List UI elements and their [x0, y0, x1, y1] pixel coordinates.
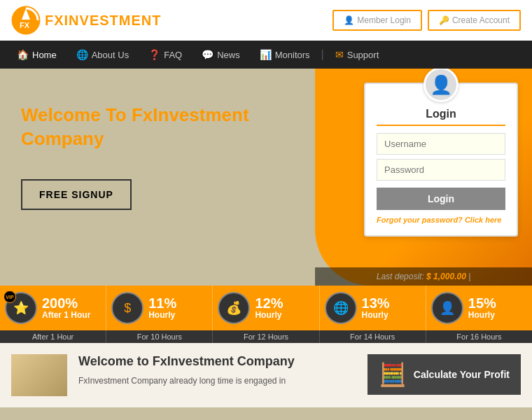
- bottom-title: Welcome to FxInvestment Company: [78, 354, 356, 369]
- hero-content: Welcome To FxInvestment Company FREE SIG…: [0, 69, 294, 231]
- plan-icon-wrap-1: VIP ⭐: [4, 291, 38, 325]
- login-panel-wrapper: 👤 Login Login Forgot your password? Clic…: [294, 69, 532, 286]
- plan-icon-wrap-2: $: [111, 291, 144, 325]
- avatar-icon: 👤: [424, 69, 458, 102]
- sublabel-5: For 16 Hours: [426, 330, 532, 343]
- plan-icon-wrap-4: 🌐: [324, 291, 358, 325]
- username-input[interactable]: [377, 133, 505, 155]
- plan-info-5: 15% Hourly: [468, 296, 528, 320]
- header-buttons: 👤 Member Login 🔑 Create Account: [332, 10, 521, 31]
- plan-info-3: 12% Hourly: [255, 296, 314, 320]
- key-icon: 🔑: [439, 15, 449, 25]
- person-icon: 👤: [344, 15, 354, 25]
- plan-info-4: 13% Hourly: [362, 296, 421, 320]
- plan-info-2: 11% Hourly: [148, 296, 208, 320]
- logo-text: FXINVESTMENT: [45, 13, 161, 29]
- mail-icon: ✉: [335, 49, 344, 60]
- hero-title: Welcome To FxInvestment Company: [21, 104, 273, 151]
- plan-item-4[interactable]: 🌐 13% Hourly: [320, 286, 426, 330]
- main-nav: 🏠 Home 🌐 About Us ❓ FAQ 💬 News 📊 Monitor…: [0, 41, 532, 69]
- plan-sublabels: After 1 Hour For 10 Hours For 12 Hours F…: [0, 330, 532, 343]
- home-icon: 🏠: [17, 49, 29, 60]
- plans-bar: VIP ⭐ 200% After 1 Hour $ 11% Hourly 💰 1…: [0, 286, 532, 330]
- forgot-password: Forgot your password? Click here: [377, 216, 505, 224]
- svg-text:FX: FX: [20, 21, 30, 29]
- nav-separator: |: [320, 48, 326, 61]
- login-title: Login: [377, 108, 505, 120]
- login-box: 👤 Login Login Forgot your password? Clic…: [364, 83, 518, 237]
- nav-item-home[interactable]: 🏠 Home: [7, 41, 66, 69]
- member-login-button[interactable]: 👤 Member Login: [332, 10, 422, 31]
- sublabel-1: After 1 Hour: [0, 330, 106, 343]
- logo-icon: FX: [11, 6, 41, 35]
- bottom-description: FxInvestment Company already long time i…: [78, 374, 356, 387]
- globe-icon-circle: 🌐: [325, 292, 357, 324]
- plan-item-3[interactable]: 💰 12% Hourly: [213, 286, 319, 330]
- login-button[interactable]: Login: [377, 188, 505, 210]
- chart-icon: 📊: [260, 49, 272, 60]
- bottom-left: Welcome to FxInvestment Company FxInvest…: [78, 354, 356, 387]
- nav-item-about[interactable]: 🌐 About Us: [66, 41, 139, 69]
- calculator-widget[interactable]: 🧮 Calculate Your Profit: [368, 354, 521, 395]
- vip-icon-circle: VIP ⭐: [5, 292, 37, 324]
- globe-icon: 🌐: [76, 49, 88, 60]
- sublabel-2: For 10 Hours: [106, 330, 213, 343]
- plan-item-2[interactable]: $ 11% Hourly: [106, 286, 213, 330]
- login-divider: [377, 125, 505, 126]
- free-signup-button[interactable]: FREE SIGNUP: [21, 179, 132, 210]
- dollar-icon-circle-2: $: [111, 292, 144, 324]
- nav-item-support[interactable]: ✉ Support: [326, 41, 389, 69]
- plan-icon-wrap-3: 💰: [217, 291, 251, 325]
- create-account-button[interactable]: 🔑 Create Account: [428, 10, 521, 31]
- logo: FX FXINVESTMENT: [11, 6, 161, 35]
- logo-fx: FX: [45, 13, 64, 28]
- plan-info-1: 200% After 1 Hour: [42, 296, 102, 320]
- plan-item-5[interactable]: 👤 15% Hourly: [426, 286, 532, 330]
- coins-icon-circle: 💰: [218, 292, 250, 324]
- password-input[interactable]: [377, 159, 505, 181]
- chat-icon: 💬: [202, 49, 214, 60]
- bottom-image: [11, 354, 67, 396]
- bottom-section: Welcome to FxInvestment Company FxInvest…: [0, 343, 532, 407]
- header: FX FXINVESTMENT 👤 Member Login 🔑 Create …: [0, 0, 532, 41]
- nav-item-news[interactable]: 💬 News: [192, 41, 250, 69]
- vip-badge: VIP: [4, 290, 16, 303]
- sublabel-3: For 12 Hours: [213, 330, 319, 343]
- forgot-password-link[interactable]: Click here: [465, 216, 502, 224]
- nav-item-monitors[interactable]: 📊 Monitors: [250, 41, 320, 69]
- sublabel-4: For 14 Hours: [320, 330, 426, 343]
- question-icon: ❓: [148, 49, 160, 60]
- calculator-icon: 🧮: [379, 361, 407, 388]
- last-deposit-bar: Last deposit: $ 1,000.00 |: [315, 267, 532, 286]
- plan-item-1[interactable]: VIP ⭐ 200% After 1 Hour: [0, 286, 106, 330]
- plan-icon-wrap-5: 👤: [430, 291, 464, 325]
- hero-section: Welcome To FxInvestment Company FREE SIG…: [0, 69, 532, 286]
- login-avatar: 👤: [377, 69, 505, 102]
- person-dollar-icon-circle: 👤: [431, 292, 463, 324]
- calculator-label: Calculate Your Profit: [414, 369, 510, 380]
- nav-item-faq[interactable]: ❓ FAQ: [139, 41, 192, 69]
